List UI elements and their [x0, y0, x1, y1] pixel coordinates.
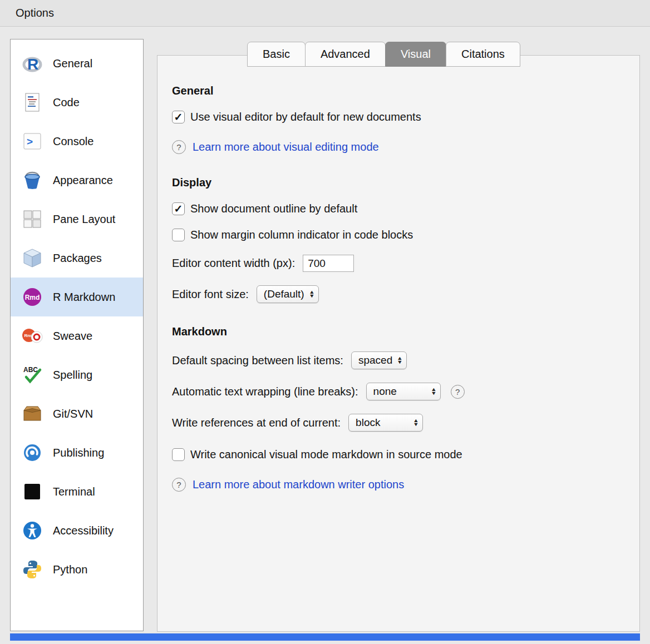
list-spacing-dropdown[interactable]: spaced ▲▼ — [351, 351, 407, 369]
sidebar-item-label: Pane Layout — [53, 213, 115, 226]
publishing-swirl-icon — [22, 442, 43, 463]
paint-bucket-icon — [22, 170, 43, 191]
svg-text:R: R — [27, 56, 38, 73]
sidebar-item-label: Appearance — [53, 174, 113, 187]
window-titlebar: Options — [0, 0, 650, 27]
sidebar-item-python[interactable]: Python — [11, 550, 143, 589]
accessibility-icon — [22, 520, 43, 541]
code-document-icon — [22, 92, 43, 113]
package-cube-icon — [22, 247, 43, 269]
visual-editor-default-checkbox[interactable]: ✓ Use visual editor by default for new d… — [172, 111, 623, 123]
list-spacing-label: Default spacing between list items: — [172, 354, 343, 367]
sidebar-item-console[interactable]: > Console — [11, 122, 143, 161]
sidebar-item-label: Packages — [53, 252, 102, 265]
console-prompt-icon: > — [22, 131, 43, 152]
sidebar-item-packages[interactable]: Packages — [11, 239, 143, 278]
editor-font-size-label: Editor font size: — [172, 288, 249, 301]
section-heading-display: Display — [172, 176, 623, 189]
visual-tab-content: General ✓ Use visual editor by default f… — [157, 56, 639, 492]
sidebar-item-r-markdown[interactable]: Rmd R Markdown — [11, 278, 143, 316]
terminal-icon — [22, 481, 43, 502]
margin-indicator-checkbox[interactable]: Show margin column indicator in code blo… — [172, 229, 623, 241]
sidebar-item-label: Python — [53, 563, 87, 576]
sidebar-item-accessibility[interactable]: Accessibility — [11, 511, 143, 550]
updown-arrows-icon: ▲▼ — [431, 388, 436, 395]
sidebar-item-label: Publishing — [53, 447, 104, 459]
svg-text:>: > — [27, 136, 33, 147]
help-icon[interactable]: ? — [172, 140, 186, 154]
checkbox-unchecked-icon — [172, 448, 185, 461]
editor-content-width-input[interactable] — [303, 255, 354, 272]
markdown-writer-learn-more-link[interactable]: Learn more about markdown writer options — [193, 478, 404, 491]
dropdown-value: spaced — [358, 354, 392, 366]
help-icon[interactable]: ? — [451, 385, 465, 399]
show-outline-checkbox[interactable]: ✓ Show document outline by default — [172, 202, 623, 215]
text-wrapping-dropdown[interactable]: none ▲▼ — [366, 383, 441, 400]
list-spacing-row: Default spacing between list items: spac… — [172, 351, 623, 369]
references-row: Write references at end of current: bloc… — [172, 414, 623, 432]
markdown-writer-help-row: ? Learn more about markdown writer optio… — [172, 478, 623, 492]
sidebar-item-label: General — [53, 57, 92, 70]
editor-content-width-row: Editor content width (px): — [172, 255, 623, 272]
sidebar-item-spelling[interactable]: ABC Spelling — [11, 355, 143, 394]
section-heading-general: General — [172, 85, 623, 97]
section-heading-markdown: Markdown — [172, 325, 623, 338]
sidebar-item-label: Terminal — [53, 486, 95, 498]
dropdown-value: block — [356, 417, 380, 429]
sidebar-item-label: Accessibility — [53, 524, 114, 537]
tab-basic[interactable]: Basic — [247, 42, 306, 67]
sidebar-item-pane-layout[interactable]: Pane Layout — [11, 200, 143, 239]
options-sidebar: R General Code > Console Appearance Pane… — [10, 39, 144, 631]
sidebar-item-code[interactable]: Code — [11, 83, 143, 122]
sidebar-item-label: Code — [53, 96, 80, 109]
spellcheck-icon: ABC — [22, 364, 43, 385]
dropdown-value: (Default) — [264, 288, 304, 300]
tab-bar: Basic Advanced Visual Citations — [248, 42, 520, 67]
checkbox-label: Show margin column indicator in code blo… — [190, 229, 413, 241]
sidebar-item-publishing[interactable]: Publishing — [11, 433, 143, 472]
text-wrapping-label: Automatic text wrapping (line breaks): — [172, 385, 358, 398]
sidebar-item-general[interactable]: R General — [11, 44, 143, 83]
sweave-icon: Rnw — [22, 325, 43, 346]
checkbox-checked-icon: ✓ — [172, 202, 185, 215]
svg-text:Rmd: Rmd — [25, 294, 40, 301]
sidebar-item-label: Sweave — [53, 330, 92, 343]
dropdown-value: none — [373, 385, 397, 398]
editor-content-width-label: Editor content width (px): — [172, 257, 295, 270]
r-logo-icon: R — [22, 53, 43, 74]
checkbox-checked-icon: ✓ — [172, 111, 185, 123]
help-icon[interactable]: ? — [172, 478, 186, 492]
python-logo-icon — [22, 559, 43, 580]
window-title: Options — [16, 7, 54, 19]
visual-editing-help-row: ? Learn more about visual editing mode — [172, 140, 623, 154]
editor-font-size-dropdown[interactable]: (Default) ▲▼ — [257, 285, 319, 303]
sidebar-item-label: R Markdown — [53, 291, 115, 304]
sidebar-item-git-svn[interactable]: Git/SVN — [11, 394, 143, 433]
text-wrapping-row: Automatic text wrapping (line breaks): n… — [172, 383, 623, 400]
tab-citations[interactable]: Citations — [446, 42, 520, 67]
sidebar-item-label: Git/SVN — [53, 408, 93, 420]
sidebar-item-appearance[interactable]: Appearance — [11, 161, 143, 200]
editor-font-size-row: Editor font size: (Default) ▲▼ — [172, 285, 623, 303]
sidebar-item-label: Console — [53, 135, 93, 148]
svg-text:ABC: ABC — [23, 366, 38, 374]
canonical-markdown-checkbox[interactable]: Write canonical visual mode markdown in … — [172, 448, 623, 461]
version-control-box-icon — [22, 403, 43, 424]
checkbox-label: Write canonical visual mode markdown in … — [190, 448, 462, 461]
updown-arrows-icon: ▲▼ — [413, 419, 418, 427]
updown-arrows-icon: ▲▼ — [397, 356, 402, 364]
references-dropdown[interactable]: block ▲▼ — [348, 414, 423, 432]
updown-arrows-icon: ▲▼ — [309, 290, 314, 298]
sidebar-item-terminal[interactable]: Terminal — [11, 472, 143, 511]
tab-visual[interactable]: Visual — [385, 42, 446, 67]
checkbox-unchecked-icon — [172, 229, 185, 241]
references-label: Write references at end of current: — [172, 417, 341, 429]
checkbox-label: Use visual editor by default for new doc… — [190, 111, 421, 123]
tab-advanced[interactable]: Advanced — [305, 42, 386, 67]
options-panel: General ✓ Use visual editor by default f… — [157, 55, 640, 632]
visual-editing-learn-more-link[interactable]: Learn more about visual editing mode — [193, 141, 379, 153]
sidebar-item-sweave[interactable]: Rnw Sweave — [11, 316, 143, 355]
pane-grid-icon — [22, 209, 43, 230]
checkbox-label: Show document outline by default — [190, 202, 357, 215]
rmarkdown-badge-icon: Rmd — [22, 286, 43, 308]
